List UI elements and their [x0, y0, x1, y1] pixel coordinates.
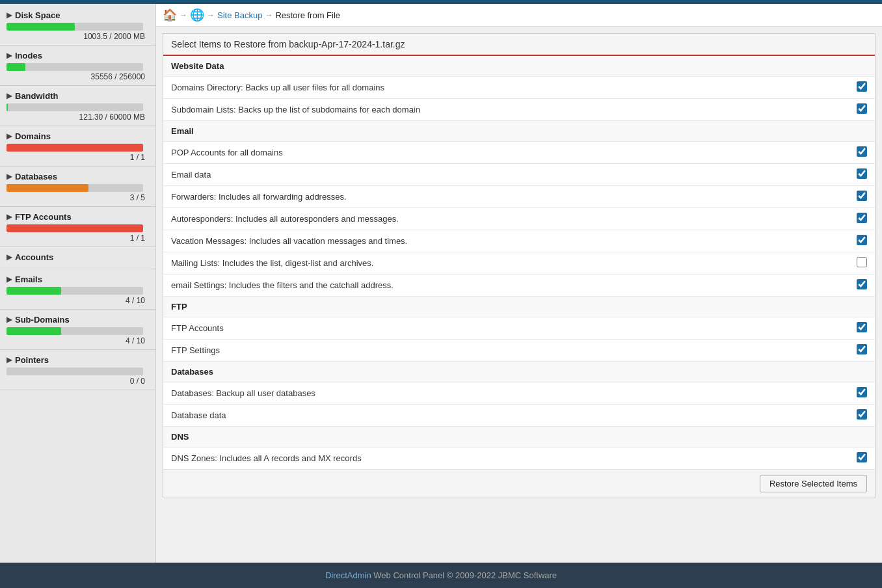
- progress-bar-container-bandwidth: [7, 103, 149, 111]
- sidebar-section-bandwidth: ▶Bandwidth121.30 / 60000 MB: [0, 87, 155, 124]
- item-checkbox-autoresponders[interactable]: [857, 213, 867, 223]
- table-row: Vacation Messages: Includes all vacation…: [163, 230, 875, 252]
- item-checkbox-databases-backup[interactable]: [857, 387, 867, 397]
- item-checkbox-database-data[interactable]: [857, 409, 867, 420]
- breadcrumb-sep-1: →: [180, 10, 187, 20]
- item-checkbox-domains-dir[interactable]: [857, 81, 867, 92]
- table-row: FTP Settings: [163, 340, 875, 362]
- directadmin-link[interactable]: DirectAdmin: [325, 570, 371, 580]
- sidebar-header-pointers[interactable]: ▶Pointers: [7, 355, 149, 365]
- progress-bar-bg-databases: [7, 184, 143, 192]
- restore-panel-header: Select Items to Restore from backup-Apr-…: [163, 34, 875, 56]
- footer: DirectAdmin Web Control Panel © 2009-202…: [0, 563, 882, 588]
- sidebar-section-databases: ▶Databases3 / 5: [0, 168, 155, 205]
- progress-bar-bg-bandwidth: [7, 103, 143, 111]
- sidebar-label-accounts: Accounts: [15, 252, 53, 262]
- breadcrumb-sep-3: →: [265, 10, 273, 20]
- section-label-website-data: Website Data: [163, 56, 875, 77]
- arrow-icon-accounts: ▶: [7, 253, 12, 261]
- restore-from-file-label: Restore from File: [275, 10, 340, 20]
- progress-bar-bg-inodes: [7, 63, 143, 71]
- table-row: Forwarders: Includes all forwarding addr…: [163, 186, 875, 208]
- sidebar-header-inodes[interactable]: ▶Inodes: [7, 51, 149, 60]
- restore-table: Website DataDomains Directory: Backs up …: [163, 56, 875, 469]
- item-checkbox-forwarders[interactable]: [857, 191, 867, 201]
- sidebar-label-inodes: Inodes: [15, 51, 42, 60]
- sidebar-section-accounts: ▶Accounts: [0, 248, 155, 267]
- breadcrumb-sep-2: →: [207, 10, 215, 20]
- sidebar-header-accounts[interactable]: ▶Accounts: [7, 252, 149, 262]
- sidebar-divider-bandwidth: [0, 126, 155, 126]
- sidebar-usage-disk-space: 1003.5 / 2000 MB: [7, 32, 149, 41]
- item-label-email-settings: email Settings: Includes the filters and…: [163, 274, 849, 297]
- item-checkbox-email-settings[interactable]: [857, 279, 867, 289]
- sidebar-header-bandwidth[interactable]: ▶Bandwidth: [7, 91, 149, 101]
- item-label-mailing-lists: Mailing Lists: Includes the list, digest…: [163, 252, 849, 274]
- sidebar-usage-ftp-accounts: 1 / 1: [7, 234, 149, 243]
- progress-bar-bg-ftp-accounts: [7, 224, 143, 232]
- progress-bar-fill-domains: [7, 144, 143, 152]
- sidebar-label-disk-space: Disk Space: [15, 10, 60, 20]
- item-check-cell-pop-accounts: [849, 142, 875, 164]
- arrow-icon-inodes: ▶: [7, 51, 12, 60]
- table-row: Email data: [163, 164, 875, 186]
- arrow-icon-ftp-accounts: ▶: [7, 213, 12, 221]
- sidebar-section-inodes: ▶Inodes35556 / 256000: [0, 47, 155, 84]
- progress-bar-fill-bandwidth: [7, 103, 8, 111]
- section-label-ftp: FTP: [163, 297, 875, 317]
- progress-bar-container-inodes: [7, 63, 149, 71]
- globe-icon[interactable]: 🌐: [190, 8, 204, 22]
- item-checkbox-pop-accounts[interactable]: [857, 146, 867, 157]
- progress-bar-fill-databases: [7, 184, 88, 192]
- item-label-subdomain-lists: Subdomain Lists: Backs up the list of su…: [163, 99, 849, 121]
- app: ▶Disk Space1003.5 / 2000 MB▶Inodes35556 …: [0, 0, 882, 588]
- progress-bar-container-domains: [7, 144, 149, 152]
- progress-bar-container-pointers: [7, 368, 149, 375]
- sidebar-usage-emails: 4 / 10: [7, 296, 149, 305]
- item-check-cell-dns-zones: [849, 448, 875, 470]
- item-check-cell-database-data: [849, 405, 875, 427]
- progress-bar-container-sub-domains: [7, 327, 149, 335]
- arrow-icon-domains: ▶: [7, 132, 12, 140]
- sidebar-label-pointers: Pointers: [15, 355, 49, 365]
- site-backup-link[interactable]: Site Backup: [217, 10, 262, 20]
- sidebar-header-sub-domains[interactable]: ▶Sub-Domains: [7, 315, 149, 325]
- item-checkbox-vacation-messages[interactable]: [857, 235, 867, 245]
- arrow-icon-pointers: ▶: [7, 356, 12, 364]
- progress-bar-container-databases: [7, 184, 149, 192]
- progress-bar-fill-inodes: [7, 63, 25, 71]
- item-check-cell-databases-backup: [849, 382, 875, 405]
- arrow-icon-sub-domains: ▶: [7, 315, 12, 324]
- table-row: DNS Zones: Includes all A records and MX…: [163, 448, 875, 470]
- sidebar-header-disk-space[interactable]: ▶Disk Space: [7, 10, 149, 20]
- progress-bar-bg-emails: [7, 287, 143, 295]
- sidebar-section-disk-space: ▶Disk Space1003.5 / 2000 MB: [0, 7, 155, 44]
- item-checkbox-ftp-accounts[interactable]: [857, 322, 867, 332]
- sidebar-header-databases[interactable]: ▶Databases: [7, 172, 149, 181]
- sidebar-header-emails[interactable]: ▶Emails: [7, 274, 149, 284]
- home-icon[interactable]: 🏠: [163, 8, 177, 22]
- restore-panel: Select Items to Restore from backup-Apr-…: [163, 33, 875, 498]
- item-checkbox-email-data[interactable]: [857, 168, 867, 179]
- sidebar-divider-disk-space: [0, 45, 155, 46]
- item-checkbox-subdomain-lists[interactable]: [857, 103, 867, 114]
- item-checkbox-ftp-settings[interactable]: [857, 344, 867, 354]
- sidebar-section-sub-domains: ▶Sub-Domains4 / 10: [0, 311, 155, 348]
- sidebar-usage-databases: 3 / 5: [7, 193, 149, 202]
- sidebar-section-ftp-accounts: ▶FTP Accounts1 / 1: [0, 208, 155, 245]
- table-row: Database data: [163, 405, 875, 427]
- item-check-cell-subdomain-lists: [849, 99, 875, 121]
- item-checkbox-mailing-lists[interactable]: [857, 257, 867, 267]
- sidebar-section-domains: ▶Domains1 / 1: [0, 127, 155, 165]
- sidebar-label-emails: Emails: [15, 274, 42, 284]
- item-checkbox-dns-zones[interactable]: [857, 452, 867, 462]
- item-label-forwarders: Forwarders: Includes all forwarding addr…: [163, 186, 849, 208]
- restore-selected-button[interactable]: Restore Selected Items: [760, 475, 867, 492]
- progress-bar-bg-domains: [7, 144, 143, 152]
- sidebar-header-domains[interactable]: ▶Domains: [7, 131, 149, 141]
- progress-bar-fill-emails: [7, 287, 61, 295]
- sidebar-usage-bandwidth: 121.30 / 60000 MB: [7, 113, 149, 122]
- sidebar-header-ftp-accounts[interactable]: ▶FTP Accounts: [7, 212, 149, 222]
- breadcrumb-bar: 🏠 → 🌐 → Site Backup → Restore from File: [156, 4, 882, 27]
- sidebar-divider-pointers: [0, 390, 155, 390]
